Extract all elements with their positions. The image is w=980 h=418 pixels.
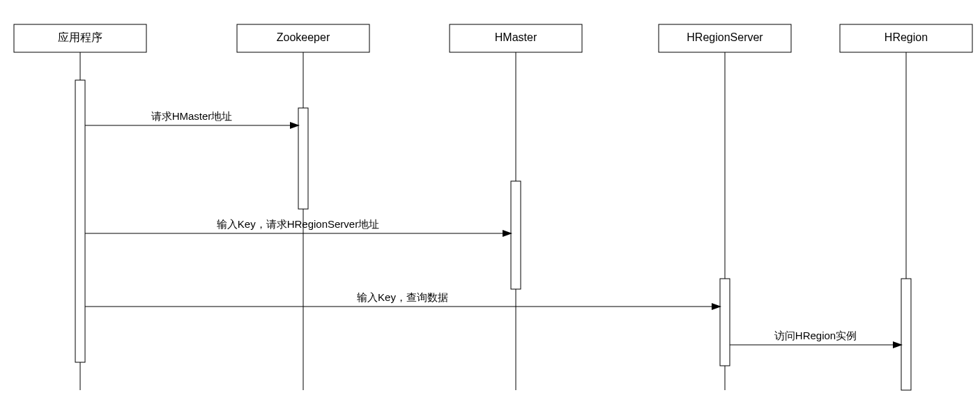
activation-hr (901, 279, 911, 390)
activation-app (75, 80, 85, 362)
participant-label-hm: HMaster (495, 31, 537, 43)
activation-hrs (720, 279, 730, 366)
participant-label-zk: Zookeeper (277, 31, 330, 43)
message-label-3: 访问HRegion实例 (774, 330, 857, 341)
message-label-0: 请求HMaster地址 (151, 110, 233, 122)
sequence-diagram: 应用程序ZookeeperHMasterHRegionServerHRegion… (0, 0, 980, 418)
activation-hm (511, 181, 521, 289)
message-label-2: 输入Key，查询数据 (357, 291, 448, 303)
message-label-1: 输入Key，请求HRegionServer地址 (217, 218, 379, 230)
participant-label-hr: HRegion (885, 31, 928, 43)
participant-label-hrs: HRegionServer (687, 31, 763, 43)
activation-zk (298, 108, 308, 209)
participant-label-app: 应用程序 (58, 31, 102, 43)
